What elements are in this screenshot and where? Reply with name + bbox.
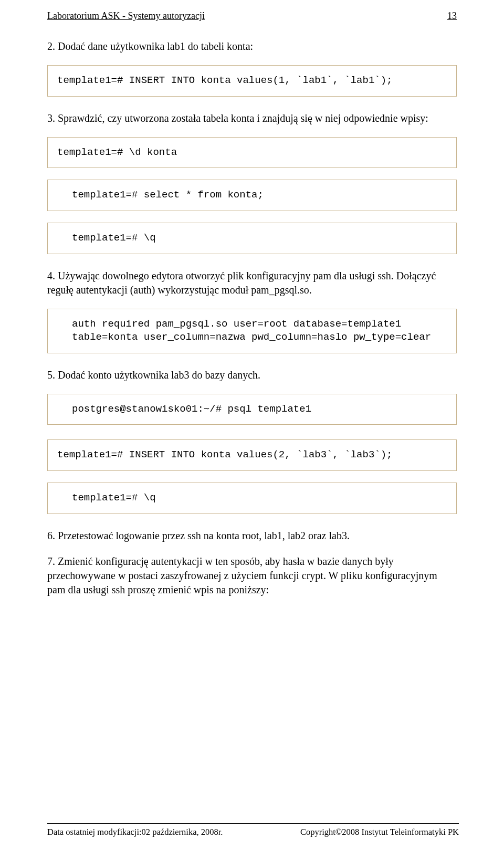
code-block-select-konta: template1=# select * from konta; [47, 180, 457, 211]
paragraph-step-4: 4. Używając dowolnego edytora otworzyć p… [47, 269, 457, 297]
paragraph-step-7: 7. Zmienić konfigurację autentykacji w t… [47, 554, 457, 597]
paragraph-step-6: 6. Przetestować logowanie przez ssh na k… [47, 529, 457, 543]
code-block-quit-2: template1=# \q [47, 483, 457, 514]
header-title: Laboratorium ASK - Systemy autoryzacji [47, 11, 205, 22]
page-number: 13 [447, 11, 457, 22]
footer-rule [47, 823, 459, 824]
code-block-quit-1: template1=# \q [47, 223, 457, 254]
paragraph-step-5: 5. Dodać konto użytkownika lab3 do bazy … [47, 368, 457, 382]
code-block-psql-template1: postgres@stanowisko01:~/# psql template1 [47, 394, 457, 425]
footer-copyright: Copyright©2008 Instytut Teleinformatyki … [300, 827, 459, 837]
document-body: 2. Dodać dane użytkownika lab1 do tabeli… [0, 24, 504, 597]
code-block-insert-lab3: template1=# INSERT INTO konta values(2, … [47, 439, 457, 471]
footer-modified-date: Data ostatniej modyfikacji:02 październi… [47, 827, 223, 837]
page-footer: Data ostatniej modyfikacji:02 październi… [47, 823, 459, 837]
code-block-d-konta: template1=# \d konta [47, 137, 457, 169]
paragraph-step-3: 3. Sprawdzić, czy utworzona została tabe… [47, 111, 457, 125]
code-block-insert-lab1: template1=# INSERT INTO konta values(1, … [47, 65, 457, 97]
paragraph-step-2: 2. Dodać dane użytkownika lab1 do tabeli… [47, 39, 457, 54]
code-block-pam-auth: auth required pam_pgsql.so user=root dat… [47, 309, 457, 353]
page-header: Laboratorium ASK - Systemy autoryzacji 1… [0, 0, 504, 24]
